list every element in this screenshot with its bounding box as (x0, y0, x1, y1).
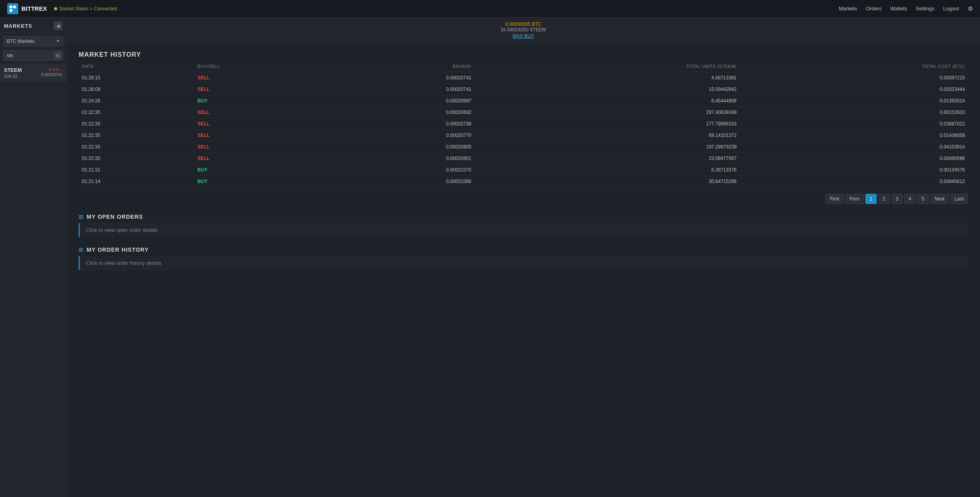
open-orders-content[interactable]: Click to view open order details (79, 223, 968, 237)
cell-units: 197.29879239 (475, 141, 740, 153)
page-1-button[interactable]: 1 (865, 194, 877, 204)
pagination: First Prev 1 2 3 4 5 Next Last (79, 194, 968, 204)
cell-bidask: 0.00020741 (328, 72, 475, 84)
cell-date: 01:21:14 (79, 176, 194, 187)
open-orders-title: MY OPEN ORDERS (87, 214, 143, 220)
table-row: 01:22:35 SELL 0.00020770 69.14101372 0.0… (79, 130, 968, 141)
cell-cost: 0.00490586 (740, 153, 968, 164)
nav-settings[interactable]: Settings (916, 6, 934, 12)
balance-steem: 34.56019250 STEEM (501, 27, 546, 33)
table-row: 01:21:31 BUY 0.00021070 6.38713376 0.001… (79, 164, 968, 176)
col-cost: TOTAL COST (BTC) (740, 64, 968, 72)
svg-rect-1 (13, 6, 16, 8)
cell-type: SELL (194, 141, 328, 153)
cell-date: 01:26:09 (79, 84, 194, 95)
page-first-button[interactable]: First (826, 194, 843, 204)
cell-type: BUY (194, 95, 328, 107)
table-row: 01:22:35 SELL 0.00020692 297.40639349 0.… (79, 107, 968, 118)
market-history-title: MARKET HISTORY (79, 51, 968, 58)
nav-wallets[interactable]: Wallets (890, 6, 907, 12)
cell-type: SELL (194, 84, 328, 95)
cell-type: BUY (194, 176, 328, 187)
cell-type: SELL (194, 130, 328, 141)
cell-cost: 0.06153933 (740, 107, 968, 118)
cell-type: SELL (194, 72, 328, 84)
table-header-row: DATE BUY/SELL BID/ASK TOTAL UNITS (STEEM… (79, 64, 968, 72)
table-row: 01:22:35 SELL 0.00020801 23.58477957 0.0… (79, 153, 968, 164)
page-next-button[interactable]: Next (930, 194, 949, 204)
order-history-content[interactable]: Click to view order history details (79, 256, 968, 270)
open-orders-expand-icon[interactable]: ⊞ (79, 214, 83, 220)
sidebar: MARKETS ◀ BTC Markets ETH Markets USDT M… (0, 17, 67, 497)
market-type-select-wrap: BTC Markets ETH Markets USDT Markets ▼ (0, 33, 66, 49)
cell-date: 01:22:35 (79, 141, 194, 153)
market-item-price: 104.33 (4, 74, 22, 79)
open-orders-section: ⊞ MY OPEN ORDERS Click to view open orde… (79, 214, 968, 237)
page-prev-button[interactable]: Prev (845, 194, 864, 204)
cell-date: 01:24:26 (79, 95, 194, 107)
cell-type: SELL (194, 107, 328, 118)
page-last-button[interactable]: Last (950, 194, 968, 204)
cell-bidask: 0.00020770 (328, 130, 475, 141)
socket-status: Socket Status = Connected (54, 6, 117, 12)
cell-bidask: 0.00020692 (328, 107, 475, 118)
nav-left: BITTREX Socket Status = Connected (7, 3, 117, 14)
nav-logout[interactable]: Logout (943, 6, 959, 12)
cell-units: 4.68713381 (475, 72, 740, 84)
order-history-expand-icon[interactable]: ⊞ (79, 247, 83, 253)
gear-icon[interactable]: ⚙ (968, 5, 973, 12)
cell-cost: 0.01436058 (740, 130, 968, 141)
sidebar-title: MARKETS (4, 23, 32, 29)
market-item-steem[interactable]: STEEM 104.33 -6.1% ↓ 0.00020741 (0, 64, 66, 82)
market-search-wrap: ⇅ (0, 49, 66, 64)
search-button[interactable]: ⇅ (54, 52, 62, 60)
nav-orders[interactable]: Orders (866, 6, 882, 12)
market-item-change: -6.1% ↓ (41, 67, 62, 72)
open-orders-header: ⊞ MY OPEN ORDERS (79, 214, 968, 223)
nav-right: Markets Orders Wallets Settings Logout ⚙ (839, 5, 973, 12)
cell-date: 01:21:31 (79, 164, 194, 176)
cell-bidask: 0.00020738 (328, 118, 475, 130)
sidebar-collapse-button[interactable]: ◀ (54, 21, 62, 30)
socket-label: Socket Status = Connected (59, 6, 117, 12)
cell-type: BUY (194, 164, 328, 176)
page-4-button[interactable]: 4 (904, 194, 916, 204)
brand-logo: BITTREX (7, 3, 47, 14)
cell-cost: 0.00645612 (740, 176, 968, 187)
cell-units: 6.45444808 (475, 95, 740, 107)
cell-type: SELL (194, 153, 328, 164)
cell-cost: 0.00323444 (740, 84, 968, 95)
cell-units: 23.58477957 (475, 153, 740, 164)
page-3-button[interactable]: 3 (891, 194, 903, 204)
main-layout: MARKETS ◀ BTC Markets ETH Markets USDT M… (0, 17, 980, 497)
sidebar-header: MARKETS ◀ (0, 17, 66, 33)
svg-rect-2 (10, 9, 12, 12)
balance-bar: 0.00000005 BTC 34.56019250 STEEM MAX BUY (67, 17, 980, 43)
table-row: 01:24:26 BUY 0.00020997 6.45444808 0.013… (79, 95, 968, 107)
col-units: TOTAL UNITS (STEEM) (475, 64, 740, 72)
max-buy-link[interactable]: MAX BUY (513, 33, 534, 39)
market-type-select[interactable]: BTC Markets ETH Markets USDT Markets (3, 36, 63, 46)
table-row: 01:22:35 SELL 0.00020800 197.29879239 0.… (79, 141, 968, 153)
cell-cost: 0.01355524 (740, 95, 968, 107)
page-2-button[interactable]: 2 (878, 194, 890, 204)
nav-markets[interactable]: Markets (839, 6, 857, 12)
cell-date: 01:22:35 (79, 107, 194, 118)
svg-rect-3 (13, 9, 16, 12)
market-item-name: STEEM (4, 67, 22, 73)
market-history-table: DATE BUY/SELL BID/ASK TOTAL UNITS (STEEM… (79, 64, 968, 187)
cell-date: 01:22:35 (79, 118, 194, 130)
order-history-title: MY ORDER HISTORY (87, 247, 149, 253)
cell-units: 177.79066333 (475, 118, 740, 130)
socket-dot (54, 7, 57, 10)
table-row: 01:21:14 BUY 0.00021066 30.64715288 0.00… (79, 176, 968, 187)
table-row: 01:26:15 SELL 0.00020741 4.68713381 0.00… (79, 72, 968, 84)
cell-bidask: 0.00020801 (328, 153, 475, 164)
table-row: 01:26:09 SELL 0.00020741 15.59442842 0.0… (79, 84, 968, 95)
content-inner: MARKET HISTORY DATE BUY/SELL BID/ASK TOT… (67, 43, 980, 287)
cell-units: 297.40639349 (475, 107, 740, 118)
brand-icon (7, 3, 18, 14)
page-5-button[interactable]: 5 (917, 194, 929, 204)
cell-bidask: 0.00020997 (328, 95, 475, 107)
cell-bidask: 0.00020800 (328, 141, 475, 153)
